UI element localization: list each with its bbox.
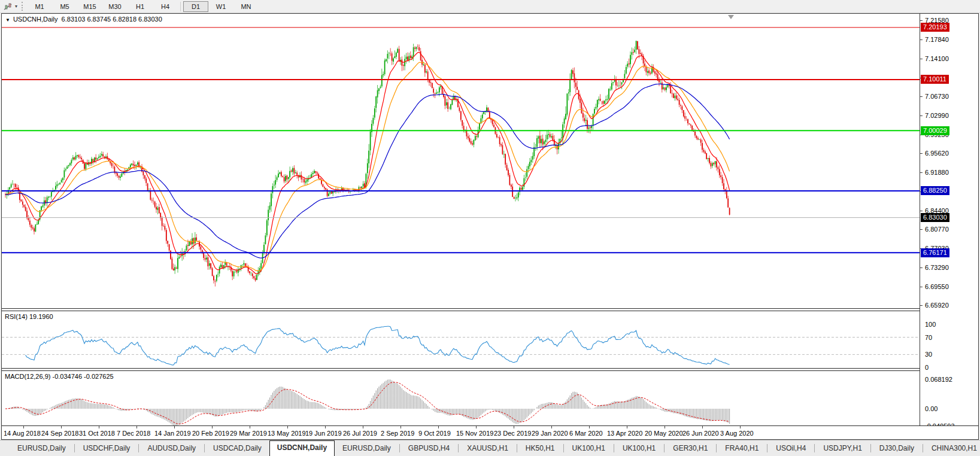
macd-scale-label: 0.068192: [925, 376, 952, 383]
rsi-indicator-label: RSI(14) 19.1960: [5, 313, 53, 320]
price-axis-tick: [920, 39, 923, 40]
date-axis-label: 29 Mar 2019: [230, 430, 267, 437]
chart-shift-marker-icon: [728, 15, 734, 19]
chart-cursor-icon[interactable]: [2, 2, 14, 11]
chart-window-usdcnh[interactable]: ▼USDCNH,Daily 6.83103 6.83745 6.82818 6.…: [1, 13, 979, 440]
date-axis-label: 29 Jan 2020: [532, 430, 568, 437]
date-axis-label: 24 Sep 2018: [41, 430, 78, 437]
tab-divider: [664, 444, 665, 452]
date-axis-tick: [476, 426, 477, 428]
tab-dj30-daily[interactable]: DJ30,Daily: [872, 442, 922, 456]
timeframe-button-h1[interactable]: H1: [128, 1, 153, 12]
price-axis-tick: [920, 211, 923, 211]
tab-divider: [814, 444, 815, 452]
tab-hk50-h1[interactable]: HK50,H1: [518, 442, 563, 456]
macd-signal-line: [5, 382, 730, 424]
date-axis-label: 13 Apr 2020: [607, 430, 642, 437]
mt4-workspace: ▾ M1M5M15M30H1H4D1W1MN ▼USDCNH,Daily 6.8…: [0, 0, 980, 456]
date-axis-tick: [250, 426, 250, 428]
price-axis-tick: [920, 20, 923, 21]
pane-splitter[interactable]: [2, 308, 978, 311]
price-axis-label: 6.80770: [925, 226, 949, 233]
date-axis-tick: [589, 426, 590, 428]
rsi-scale-label: 70: [925, 334, 932, 341]
timeframe-button-w1[interactable]: W1: [208, 1, 233, 12]
tab-divider: [399, 444, 400, 452]
chart-tab-bar: EURUSD,DailyUSDCHF,DailyAUDUSD,DailyUSDC…: [0, 440, 980, 456]
pane-splitter[interactable]: [2, 368, 978, 371]
price-axis-label: 7.02990: [925, 112, 949, 119]
price-axis-label: 7.14100: [925, 55, 949, 62]
date-axis-tick: [740, 426, 741, 428]
tab-china300-h1[interactable]: CHINA300,H1: [924, 442, 980, 456]
timeframe-button-m5[interactable]: M5: [52, 1, 77, 12]
tab-uk100-h1[interactable]: UK100,H1: [615, 442, 663, 456]
timeframe-button-d1[interactable]: D1: [183, 1, 208, 12]
price-axis-tick: [920, 59, 923, 59]
tab-usdcad-daily[interactable]: USDCAD,Daily: [205, 442, 269, 456]
date-axis-label: 26 Jun 2020: [682, 430, 719, 437]
timeframe-button-mn[interactable]: MN: [233, 1, 259, 12]
date-axis-tick: [551, 426, 552, 428]
tab-usdcnh-daily[interactable]: USDCNH,Daily: [269, 440, 335, 456]
hline-price-tag: 7.20193: [921, 23, 949, 32]
tab-ger30-h1[interactable]: GER30,H1: [665, 442, 715, 456]
date-axis-tick: [702, 426, 703, 428]
toolbar-grip[interactable]: [22, 2, 23, 11]
date-axis-tick: [401, 426, 401, 428]
tab-divider: [716, 444, 717, 452]
tab-usdjpy-h1[interactable]: USDJPY,H1: [815, 442, 869, 456]
date-axis[interactable]: 14 Aug 201824 Sep 201831 Oct 20187 Dec 2…: [2, 425, 978, 439]
date-axis-tick: [514, 426, 514, 428]
price-axis-tick: [920, 287, 923, 287]
tab-fra40-h1[interactable]: FRA40,H1: [717, 442, 766, 456]
current-price-tag: 6.83030: [921, 213, 949, 222]
timeframe-button-h4[interactable]: H4: [153, 1, 178, 12]
date-axis-tick: [212, 426, 213, 428]
date-axis-label: 23 Dec 2019: [494, 430, 531, 437]
timeframe-button-m1[interactable]: M1: [27, 1, 52, 12]
date-axis-label: 3 Aug 2020: [720, 430, 754, 437]
macd-pane[interactable]: [2, 371, 920, 426]
timeframe-group: M1M5M15M30H1H4D1W1MN: [27, 1, 259, 12]
date-axis-tick: [61, 426, 62, 428]
tab-eurusd-daily[interactable]: EURUSD,Daily: [335, 442, 399, 456]
chart-expand-icon[interactable]: ▼: [5, 17, 10, 23]
tab-audusd-daily[interactable]: AUDUSD,Daily: [139, 442, 204, 456]
macd-scale-label: 0.00: [925, 405, 937, 412]
date-axis-label: 13 May 2019: [268, 430, 306, 437]
price-axis-tick: [920, 305, 923, 306]
date-axis-label: 7 Dec 2018: [117, 430, 150, 437]
timeframe-button-m30[interactable]: M30: [102, 1, 128, 12]
tab-usdchf-daily[interactable]: USDCHF,Daily: [75, 442, 138, 456]
rsi-pane[interactable]: [2, 311, 920, 368]
date-axis-label: 31 Oct 2018: [79, 430, 115, 437]
chart-title: ▼USDCNH,Daily 6.83103 6.83745 6.82818 6.…: [5, 16, 162, 23]
chart-symbol-period: USDCNH,Daily: [13, 16, 58, 23]
tab-divider: [458, 444, 459, 452]
price-axis[interactable]: 7.215807.178407.141007.103607.067307.029…: [920, 14, 978, 426]
price-axis-label: 6.91880: [925, 169, 949, 176]
tab-divider: [563, 444, 564, 452]
rsi-scale-label: 0: [925, 364, 929, 371]
tab-uk100-h1[interactable]: UK100,H1: [565, 442, 613, 456]
up-candle-bodies: [7, 41, 715, 281]
tab-gbpusd-h4[interactable]: GBPUSD,H4: [401, 442, 457, 456]
date-axis-tick: [438, 426, 439, 428]
tab-eurusd-daily[interactable]: EURUSD,Daily: [10, 442, 74, 456]
tab-usoil-h4[interactable]: USOil,H4: [768, 442, 814, 456]
date-axis-tick: [627, 426, 627, 428]
chart-tool-dropdown-icon[interactable]: ▾: [15, 4, 17, 9]
price-axis-tick: [920, 267, 923, 268]
price-axis-label: 7.06730: [925, 93, 949, 100]
price-axis-tick: [920, 229, 923, 230]
price-axis-label: 6.69550: [925, 283, 949, 290]
date-axis-label: 20 Feb 2019: [192, 430, 229, 437]
price-axis-tick: [920, 172, 923, 173]
price-axis-label: 6.73290: [925, 264, 949, 271]
tab-xauusd-h1[interactable]: XAUUSD,H1: [459, 442, 516, 456]
timeframe-button-m15[interactable]: M15: [77, 1, 102, 12]
main-price-pane[interactable]: [2, 14, 920, 308]
rsi-line: [26, 326, 730, 365]
date-axis-tick: [665, 426, 665, 428]
